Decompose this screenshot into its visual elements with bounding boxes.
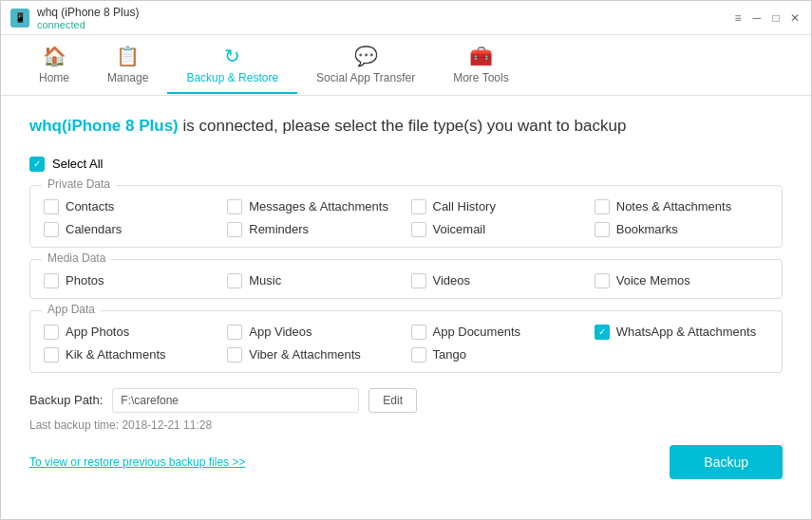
list-item: Videos [411, 273, 585, 288]
kik-label: Kik & Attachments [66, 347, 166, 362]
select-all-row: ✓ Select All [29, 157, 783, 172]
content-area: whq(iPhone 8 Plus) is connected, please … [1, 96, 811, 519]
whatsapp-label: WhatsApp & Attachments [616, 325, 756, 339]
manage-icon: 📋 [116, 45, 140, 67]
media-data-items: Photos Music Videos Voice Memos [44, 273, 768, 288]
calendars-label: Calendars [66, 222, 122, 236]
backup-path-row: Backup Path: Edit [29, 388, 783, 413]
navbar: 🏠 Home 📋 Manage ↻ Backup & Restore 💬 Soc… [1, 35, 811, 96]
call-history-checkbox[interactable] [411, 199, 426, 214]
nav-more-tools[interactable]: 🧰 More Tools [434, 37, 527, 94]
photos-checkbox[interactable] [44, 273, 59, 288]
videos-checkbox[interactable] [411, 273, 426, 288]
app-icon: 📱 [10, 9, 29, 28]
nav-manage-label: Manage [107, 71, 148, 84]
viber-label: Viber & Attachments [249, 347, 361, 362]
titlebar-title: whq (iPhone 8 Plus) [37, 6, 139, 19]
messages-label: Messages & Attachments [249, 199, 388, 214]
kik-checkbox[interactable] [44, 347, 59, 362]
app-data-label: App Data [42, 303, 101, 316]
nav-manage[interactable]: 📋 Manage [88, 37, 167, 94]
calendars-checkbox[interactable] [44, 222, 59, 237]
close-button[interactable]: ✕ [788, 11, 802, 25]
reminders-checkbox[interactable] [227, 222, 242, 237]
app-data-group: App Data App Photos App Videos App Docum… [29, 310, 783, 373]
titlebar: 📱 whq (iPhone 8 Plus) connected ≡ ─ □ ✕ [1, 1, 811, 35]
minimize-button[interactable]: ─ [750, 11, 764, 25]
list-item: Photos [44, 273, 217, 288]
select-all-label: Select All [52, 157, 103, 171]
contacts-checkbox[interactable] [44, 199, 59, 214]
backup-icon: ↻ [224, 45, 240, 67]
list-item: Messages & Attachments [227, 199, 401, 214]
bookmarks-checkbox[interactable] [595, 222, 610, 237]
list-item: Tango [411, 347, 585, 362]
app-videos-checkbox[interactable] [227, 325, 242, 340]
list-item: Calendars [44, 222, 217, 237]
reminders-label: Reminders [249, 222, 309, 236]
social-icon: 💬 [354, 45, 378, 67]
nav-home[interactable]: 🏠 Home [20, 37, 88, 94]
list-item: Call History [411, 199, 585, 214]
whatsapp-checkbox[interactable]: ✓ [595, 325, 610, 340]
voicemail-checkbox[interactable] [411, 222, 426, 237]
titlebar-left: 📱 whq (iPhone 8 Plus) connected [10, 6, 139, 30]
last-backup-text: Last backup time: 2018-12-21 11:28 [29, 418, 783, 432]
app-photos-checkbox[interactable] [44, 325, 59, 340]
footer-row: To view or restore previous backup files… [29, 445, 783, 479]
headline-text: is connected, please select the file typ… [179, 117, 627, 135]
list-item: Viber & Attachments [227, 347, 401, 362]
home-icon: 🏠 [43, 45, 66, 67]
list-item: Bookmarks [595, 222, 768, 237]
videos-label: Videos [433, 273, 471, 288]
voice-memos-checkbox[interactable] [595, 273, 610, 288]
app-data-items: App Photos App Videos App Documents ✓ Wh… [44, 325, 768, 362]
private-data-group: Private Data Contacts Messages & Attachm… [29, 185, 783, 248]
viber-checkbox[interactable] [227, 347, 242, 362]
edit-button[interactable]: Edit [368, 388, 417, 413]
menu-button[interactable]: ≡ [731, 11, 745, 25]
app-documents-checkbox[interactable] [411, 325, 426, 340]
select-all-checkbox[interactable]: ✓ [29, 157, 45, 172]
backup-button[interactable]: Backup [670, 445, 783, 479]
notes-checkbox[interactable] [595, 199, 610, 214]
list-item: Voice Memos [595, 273, 768, 288]
nav-home-label: Home [39, 71, 69, 84]
private-data-items: Contacts Messages & Attachments Call His… [44, 199, 768, 237]
tango-label: Tango [433, 347, 466, 362]
device-name: whq(iPhone 8 Plus) [29, 117, 179, 135]
app-videos-label: App Videos [249, 325, 312, 339]
nav-social-label: Social App Transfer [316, 71, 415, 84]
maximize-button[interactable]: □ [769, 11, 783, 25]
music-checkbox[interactable] [227, 273, 242, 288]
nav-backup-label: Backup & Restore [186, 71, 278, 84]
tools-icon: 🧰 [469, 45, 493, 67]
tango-checkbox[interactable] [411, 347, 426, 362]
messages-checkbox[interactable] [227, 199, 242, 214]
titlebar-subtitle: connected [37, 19, 139, 30]
list-item: App Videos [227, 325, 401, 340]
nav-backup-restore[interactable]: ↻ Backup & Restore [167, 37, 297, 94]
photos-label: Photos [66, 273, 104, 288]
list-item: ✓ WhatsApp & Attachments [595, 325, 768, 340]
backup-path-input[interactable] [112, 388, 359, 413]
list-item: Contacts [44, 199, 217, 214]
voicemail-label: Voicemail [433, 222, 486, 236]
private-data-label: Private Data [42, 177, 116, 191]
restore-link[interactable]: To view or restore previous backup files… [29, 455, 245, 469]
titlebar-controls: ≡ ─ □ ✕ [731, 11, 802, 25]
bookmarks-label: Bookmarks [616, 222, 678, 236]
contacts-label: Contacts [66, 199, 114, 214]
list-item: Music [227, 273, 401, 288]
notes-label: Notes & Attachments [616, 199, 731, 214]
list-item: App Photos [44, 325, 217, 340]
list-item: Notes & Attachments [595, 199, 768, 214]
app-photos-label: App Photos [66, 325, 129, 339]
titlebar-info: whq (iPhone 8 Plus) connected [37, 6, 139, 30]
call-history-label: Call History [433, 199, 496, 214]
list-item: App Documents [411, 325, 585, 340]
list-item: Reminders [227, 222, 401, 237]
media-data-label: Media Data [42, 251, 111, 265]
nav-social-app[interactable]: 💬 Social App Transfer [297, 37, 434, 94]
headline: whq(iPhone 8 Plus) is connected, please … [29, 115, 783, 138]
